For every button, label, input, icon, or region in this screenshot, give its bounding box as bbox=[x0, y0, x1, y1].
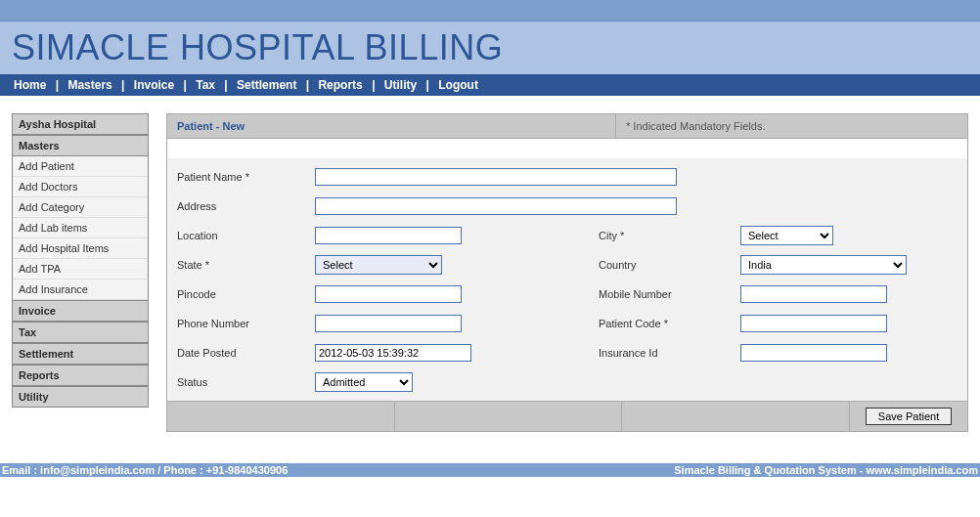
address-input[interactable] bbox=[315, 197, 677, 215]
mandatory-note: * Indicated Mandatory Fields. bbox=[615, 114, 967, 138]
save-patient-button[interactable]: Save Patient bbox=[866, 408, 952, 425]
label-city: City * bbox=[569, 230, 740, 241]
main-panel: Patient - New * Indicated Mandatory Fiel… bbox=[166, 113, 968, 432]
sidebar-item-add-insurance[interactable]: Add Insurance bbox=[13, 280, 148, 300]
main-nav: Home | Masters | Invoice | Tax | Settlem… bbox=[0, 74, 980, 96]
label-phone: Phone Number bbox=[173, 318, 315, 329]
footer-cell bbox=[167, 402, 395, 431]
footer-contact: Email : info@simpleindia.com / Phone : +… bbox=[2, 464, 288, 476]
label-status: Status bbox=[173, 376, 315, 388]
footer-cell bbox=[622, 402, 850, 431]
top-stripe bbox=[0, 0, 980, 22]
nav-sep: | bbox=[426, 78, 429, 92]
header: SIMACLE HOSPITAL BILLING bbox=[0, 22, 980, 74]
label-country: Country bbox=[569, 259, 740, 271]
label-date-posted: Date Posted bbox=[173, 347, 315, 359]
sidebar-item-add-tpa[interactable]: Add TPA bbox=[13, 259, 148, 280]
sidebar: Aysha Hospital Masters Add Patient Add D… bbox=[12, 113, 149, 408]
state-select[interactable]: Select bbox=[315, 255, 442, 275]
sidebar-item-add-doctors[interactable]: Add Doctors bbox=[13, 177, 148, 197]
label-pincode: Pincode bbox=[173, 288, 315, 300]
form-area: Patient Name * Address Location City * S… bbox=[167, 158, 967, 401]
phone-input[interactable] bbox=[315, 315, 462, 332]
insurance-id-input[interactable] bbox=[740, 344, 887, 362]
footer-cell bbox=[395, 402, 623, 431]
page-footer: Email : info@simpleindia.com / Phone : +… bbox=[0, 463, 980, 477]
nav-settlement[interactable]: Settlement bbox=[237, 78, 296, 92]
nav-sep: | bbox=[306, 78, 309, 92]
label-insurance-id: Insurance Id bbox=[569, 347, 740, 359]
label-patient-code: Patient Code * bbox=[569, 318, 740, 329]
label-address: Address bbox=[173, 200, 315, 212]
nav-logout[interactable]: Logout bbox=[438, 78, 478, 92]
location-input[interactable] bbox=[315, 227, 462, 244]
sidebar-section-tax[interactable]: Tax bbox=[13, 322, 148, 343]
nav-sep: | bbox=[372, 78, 375, 92]
nav-sep: | bbox=[184, 78, 187, 92]
city-select[interactable]: Select bbox=[740, 226, 833, 245]
sidebar-item-add-category[interactable]: Add Category bbox=[13, 197, 148, 218]
nav-invoice[interactable]: Invoice bbox=[134, 78, 174, 92]
nav-reports[interactable]: Reports bbox=[318, 78, 362, 92]
patient-code-input[interactable] bbox=[740, 315, 887, 332]
date-posted-input[interactable] bbox=[315, 344, 471, 362]
patient-name-input[interactable] bbox=[315, 168, 677, 186]
nav-sep: | bbox=[56, 78, 59, 92]
footer-credit: Simacle Billing & Quotation System - www… bbox=[674, 464, 978, 476]
label-patient-name: Patient Name * bbox=[173, 171, 315, 183]
sidebar-item-add-patient[interactable]: Add Patient bbox=[13, 156, 148, 177]
nav-sep: | bbox=[224, 78, 227, 92]
sidebar-hospital: Aysha Hospital bbox=[13, 114, 148, 135]
nav-tax[interactable]: Tax bbox=[196, 78, 215, 92]
pincode-input[interactable] bbox=[315, 285, 462, 303]
sidebar-item-add-hospital-items[interactable]: Add Hospital Items bbox=[13, 238, 148, 259]
status-select[interactable]: Admitted bbox=[315, 372, 413, 392]
mobile-input[interactable] bbox=[740, 285, 887, 303]
panel-title: Patient - New bbox=[167, 114, 615, 138]
app-title: SIMACLE HOSPITAL BILLING bbox=[12, 27, 968, 68]
sidebar-section-settlement[interactable]: Settlement bbox=[13, 343, 148, 365]
nav-utility[interactable]: Utility bbox=[384, 78, 417, 92]
sidebar-section-invoice[interactable]: Invoice bbox=[13, 300, 148, 322]
label-location: Location bbox=[173, 230, 315, 241]
sidebar-section-masters[interactable]: Masters bbox=[13, 135, 148, 156]
sidebar-item-add-lab-items[interactable]: Add Lab items bbox=[13, 218, 148, 238]
label-mobile: Mobile Number bbox=[569, 288, 740, 300]
label-state: State * bbox=[173, 259, 315, 271]
sidebar-section-utility[interactable]: Utility bbox=[13, 386, 148, 407]
nav-home[interactable]: Home bbox=[14, 78, 46, 92]
nav-sep: | bbox=[121, 78, 124, 92]
nav-masters[interactable]: Masters bbox=[67, 78, 111, 92]
country-select[interactable]: India bbox=[740, 255, 907, 275]
sidebar-section-reports[interactable]: Reports bbox=[13, 365, 148, 386]
